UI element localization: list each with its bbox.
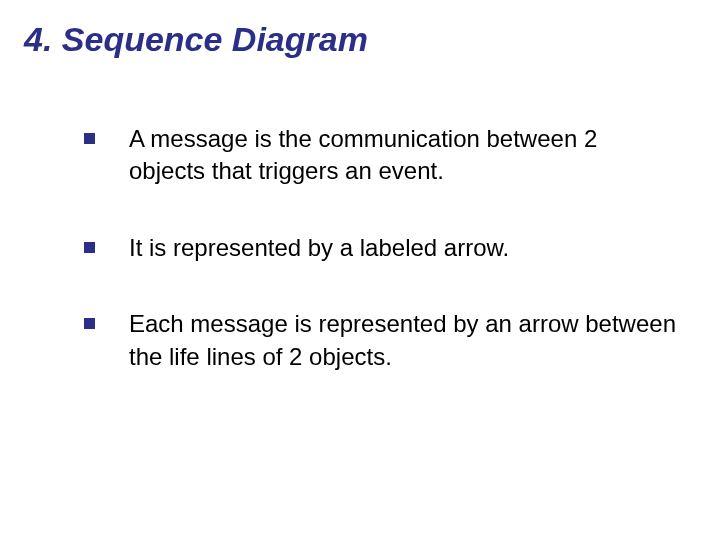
bullet-text: Each message is represented by an arrow …: [129, 308, 676, 373]
bullet-list: A message is the communication between 2…: [24, 123, 696, 373]
slide: 4. Sequence Diagram A message is the com…: [0, 0, 720, 540]
list-item: Each message is represented by an arrow …: [84, 308, 676, 373]
square-bullet-icon: [84, 242, 95, 253]
square-bullet-icon: [84, 318, 95, 329]
list-item: A message is the communication between 2…: [84, 123, 676, 188]
list-item: It is represented by a labeled arrow.: [84, 232, 676, 264]
square-bullet-icon: [84, 133, 95, 144]
bullet-text: A message is the communication between 2…: [129, 123, 676, 188]
slide-title: 4. Sequence Diagram: [24, 20, 696, 59]
bullet-text: It is represented by a labeled arrow.: [129, 232, 676, 264]
